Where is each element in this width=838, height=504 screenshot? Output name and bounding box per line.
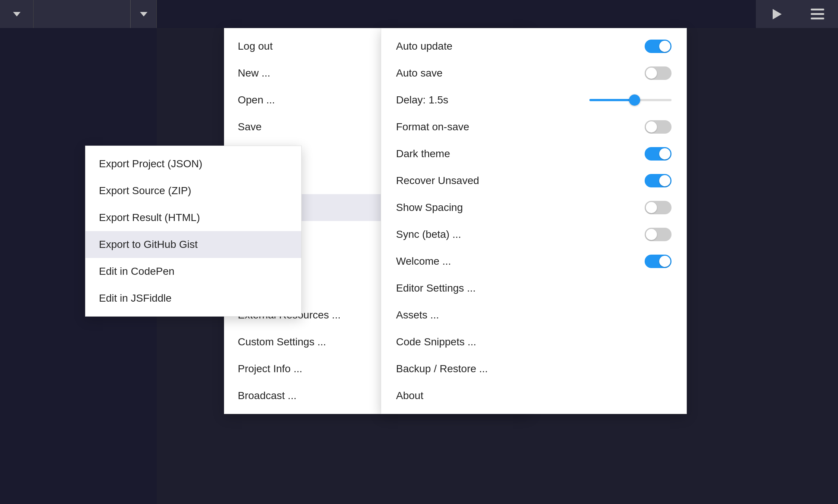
toggle-show-spacing[interactable] [645,201,672,214]
menu-item-label: Broadcast ... [238,390,296,402]
settings-label: Format on-save [396,121,469,133]
settings-label: Show Spacing [396,202,463,214]
export-item-label: Export Project (JSON) [99,158,202,170]
settings-item-delay[interactable]: Delay: 1.5s [381,87,686,113]
settings-label: About [396,390,423,402]
menu-item-label: Project Info ... [238,363,302,375]
settings-item-backup-restore: Backup / Restore ... [381,355,686,382]
settings-label: Backup / Restore ... [396,363,488,375]
settings-item-show-spacing[interactable]: Show Spacing [381,194,686,221]
settings-label: Auto save [396,67,443,79]
settings-item-auto-save[interactable]: Auto save [381,60,686,87]
export-item-label: Edit in CodePen [99,265,174,277]
export-item-label: Export to GitHub Gist [99,239,198,251]
menu-item-label: New ... [238,67,270,79]
toggle-auto-save[interactable] [645,66,672,80]
export-item-label: Edit in JSFiddle [99,292,172,304]
svg-marker-1 [140,12,147,16]
toggle-knob [646,68,657,79]
toggle-knob [659,175,670,186]
svg-marker-0 [13,12,21,16]
tab-dropdown-left[interactable] [0,0,34,28]
slider-container[interactable] [589,99,672,101]
settings-label: Welcome ... [396,255,451,267]
settings-item-recover-unsaved[interactable]: Recover Unsaved [381,167,686,194]
slider-fill [589,99,635,101]
settings-label: Editor Settings ... [396,282,476,294]
topbar-left [0,0,157,28]
settings-label: Code Snippets ... [396,336,476,348]
svg-rect-4 [811,13,824,15]
toggle-dark-theme[interactable] [645,147,672,161]
export-item-edit-jsfiddle[interactable]: Edit in JSFiddle [85,285,301,312]
svg-rect-5 [811,18,824,19]
tab-js-label[interactable] [34,0,131,28]
settings-label: Dark theme [396,148,450,160]
toggle-welcome[interactable] [645,255,672,268]
toggle-recover-unsaved[interactable] [645,174,672,187]
settings-item-welcome[interactable]: Welcome ... [381,248,686,275]
export-item-label: Export Result (HTML) [99,212,200,224]
settings-item-format-on-save[interactable]: Format on-save [381,113,686,140]
menu-item-label: Save [238,121,262,133]
export-item-export-gist[interactable]: Export to GitHub Gist [85,231,301,258]
toggle-knob [646,121,657,133]
export-item-export-html[interactable]: Export Result (HTML) [85,204,301,231]
export-item-export-zip[interactable]: Export Source (ZIP) [85,177,301,204]
hamburger-menu-button[interactable] [797,0,838,28]
toggle-format-on-save[interactable] [645,120,672,134]
play-button[interactable] [756,0,797,28]
export-item-label: Export Source (ZIP) [99,185,191,197]
export-submenu: Export Project (JSON)Export Source (ZIP)… [85,146,302,317]
settings-panel: Auto updateAuto saveDelay: 1.5sFormat on… [381,28,687,414]
menu-item-label: Log out [238,40,272,52]
topbar-right [756,0,838,28]
slider-track[interactable] [589,99,672,101]
settings-label: Assets ... [396,309,439,321]
topbar [0,0,838,28]
toggle-knob [646,202,657,213]
tab-dropdown-right[interactable] [131,0,157,28]
settings-item-editor-settings: Editor Settings ... [381,275,686,302]
settings-item-code-snippets: Code Snippets ... [381,329,686,355]
menu-item-label: Custom Settings ... [238,336,326,348]
settings-label: Recover Unsaved [396,175,479,187]
settings-item-about: About [381,382,686,409]
settings-item-sync-beta[interactable]: Sync (beta) ... [381,221,686,248]
toggle-knob [659,256,670,267]
settings-label: Sync (beta) ... [396,228,461,240]
toggle-knob [659,41,670,52]
settings-label: Delay: 1.5s [396,94,448,106]
settings-label: Auto update [396,40,452,52]
toggle-knob [646,229,657,240]
export-item-export-json[interactable]: Export Project (JSON) [85,150,301,177]
toggle-knob [659,148,670,159]
settings-item-assets: Assets ... [381,302,686,329]
svg-marker-2 [773,9,782,19]
toggle-auto-update[interactable] [645,40,672,53]
svg-rect-3 [811,9,824,10]
toggle-sync-beta[interactable] [645,228,672,241]
settings-item-auto-update[interactable]: Auto update [381,33,686,60]
settings-item-dark-theme[interactable]: Dark theme [381,140,686,167]
export-item-edit-codepen[interactable]: Edit in CodePen [85,258,301,285]
menu-item-label: Open ... [238,94,275,106]
slider-thumb[interactable] [629,94,640,106]
